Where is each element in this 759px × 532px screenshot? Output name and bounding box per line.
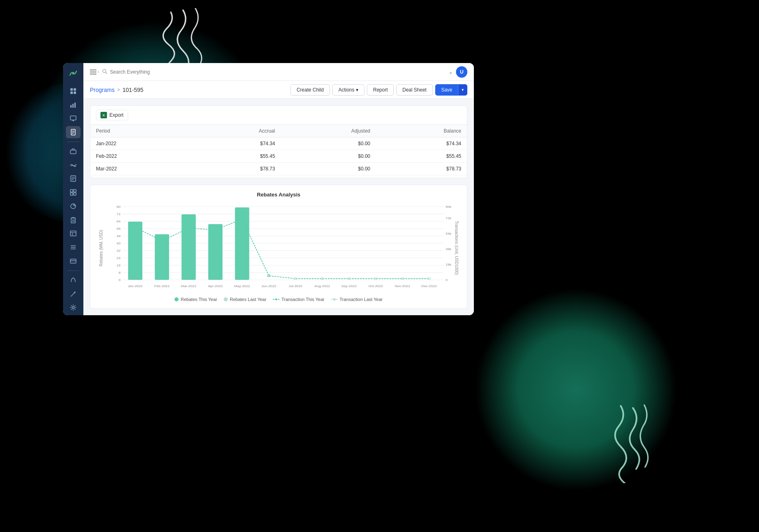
svg-rect-16 xyxy=(70,150,76,154)
chevron-right-icon: › xyxy=(98,70,99,74)
sidebar-item-arc[interactable] xyxy=(66,274,81,286)
svg-rect-24 xyxy=(74,193,76,195)
chart-inner: 0 8 16 24 32 40 48 56 64 72 80 88 xyxy=(105,203,452,294)
breadcrumb-separator: > xyxy=(117,87,120,93)
legend-rebates-this-year: Rebates This Year xyxy=(174,297,217,302)
excel-icon: X xyxy=(100,112,107,118)
sidebar-item-documents[interactable] xyxy=(66,126,81,138)
table-row: Feb-2022$55.45$0.00$55.45 xyxy=(90,150,467,163)
cell-period: Apr-2022 xyxy=(90,175,194,179)
sidebar-item-tools[interactable] xyxy=(66,288,81,300)
sidebar-item-handshake[interactable] xyxy=(66,159,81,171)
svg-text:54k: 54k xyxy=(446,231,452,235)
svg-text:Nov-2022: Nov-2022 xyxy=(395,284,410,288)
cell-period: Jan-2022 xyxy=(90,137,194,150)
cell-period: Mar-2022 xyxy=(90,163,194,175)
chart-card: Rebates Analysis Rebates (MM, USD) xyxy=(90,185,467,309)
cell-accrual: $78.73 xyxy=(194,163,281,175)
dot-jan xyxy=(134,226,137,229)
table-body: Jan-2022$74.34$0.00$74.34Feb-2022$55.45$… xyxy=(90,137,467,179)
chart-title: Rebates Analysis xyxy=(97,192,460,198)
svg-text:Feb-2022: Feb-2022 xyxy=(154,284,170,288)
legend-transaction-last-year: Transaction Last Year xyxy=(331,297,383,302)
sidebar-item-pie-chart[interactable] xyxy=(66,200,81,212)
save-main-button[interactable]: Save xyxy=(436,85,458,95)
svg-text:Oct-2022: Oct-2022 xyxy=(369,284,383,288)
svg-text:Sep-2022: Sep-2022 xyxy=(341,284,357,288)
svg-rect-3 xyxy=(74,88,76,91)
svg-rect-22 xyxy=(74,190,76,192)
create-child-button[interactable]: Create Child xyxy=(290,84,330,96)
dot-may xyxy=(241,218,244,220)
sidebar-item-card[interactable] xyxy=(66,255,81,267)
svg-rect-8 xyxy=(74,102,76,108)
svg-text:56: 56 xyxy=(117,227,121,231)
line-transaction-this-year xyxy=(135,219,429,279)
sidebar-item-dashboard[interactable] xyxy=(66,85,81,97)
cell-adjusted: $0.00 xyxy=(281,163,376,175)
export-button[interactable]: X Export xyxy=(96,110,128,120)
deal-sheet-button[interactable]: Deal Sheet xyxy=(396,84,432,96)
svg-rect-33 xyxy=(70,231,76,236)
sidebar-logo[interactable] xyxy=(67,67,80,80)
breadcrumb-programs-link[interactable]: Programs xyxy=(90,87,115,93)
table-card-header: X Export xyxy=(90,106,467,125)
svg-rect-28 xyxy=(74,220,74,220)
svg-rect-7 xyxy=(72,104,74,108)
actions-arrow-icon: ▾ xyxy=(356,87,358,93)
bar-apr-2022 xyxy=(208,224,222,280)
legend-rebates-last-year: Rebates Last Year xyxy=(224,297,266,302)
svg-text:90k: 90k xyxy=(446,205,452,209)
svg-line-46 xyxy=(106,72,107,74)
save-split-button: Save ▾ xyxy=(435,84,467,96)
sidebar-item-list[interactable] xyxy=(66,241,81,253)
sidebar-item-report[interactable] xyxy=(66,172,81,185)
dot-sep xyxy=(348,278,350,280)
sidebar xyxy=(63,63,83,315)
svg-text:Aug-2022: Aug-2022 xyxy=(314,284,330,288)
svg-rect-4 xyxy=(70,92,73,94)
table-row: Mar-2022$78.73$0.00$78.73 xyxy=(90,163,467,175)
col-accrual: Accrual xyxy=(194,125,281,137)
actions-label: Actions xyxy=(338,87,354,93)
dot-apr xyxy=(214,229,217,231)
sidebar-item-analytics[interactable] xyxy=(66,99,81,111)
cell-accrual: $74.34 xyxy=(194,137,281,150)
svg-text:24: 24 xyxy=(117,256,121,260)
export-label: Export xyxy=(109,112,124,118)
cell-balance: $78.73 xyxy=(376,163,467,175)
col-adjusted: Adjusted xyxy=(281,125,376,137)
cell-period: Feb-2022 xyxy=(90,150,194,163)
search-input[interactable] xyxy=(110,69,191,75)
report-button[interactable]: Report xyxy=(367,84,394,96)
sidebar-item-building[interactable] xyxy=(66,214,81,226)
svg-rect-6 xyxy=(70,105,72,108)
svg-text:18k: 18k xyxy=(446,262,452,266)
table-row: Apr-2022$69.18$0.00$69.18 xyxy=(90,175,467,179)
save-arrow-button[interactable]: ▾ xyxy=(458,85,467,95)
sidebar-item-table[interactable] xyxy=(66,227,81,240)
bar-mar-2022 xyxy=(181,214,196,280)
svg-text:16: 16 xyxy=(117,263,121,267)
sidebar-item-monitor[interactable] xyxy=(66,113,81,125)
dot-oct xyxy=(375,278,377,280)
table-row: Jan-2022$74.34$0.00$74.34 xyxy=(90,137,467,150)
svg-text:Apr-2022: Apr-2022 xyxy=(208,284,223,288)
search-bar xyxy=(102,69,445,75)
sidebar-item-settings[interactable] xyxy=(66,301,81,314)
sidebar-item-grid[interactable] xyxy=(66,186,81,198)
svg-text:80: 80 xyxy=(117,205,121,209)
table-card: X Export Period Accrual Adjusted Balance xyxy=(90,105,467,178)
breadcrumb-bar: Programs > 101-595 Create Child Actions … xyxy=(83,81,474,99)
svg-rect-5 xyxy=(74,92,76,94)
svg-text:Jan-2022: Jan-2022 xyxy=(128,284,143,288)
dropdown-chevron[interactable]: ⌄ xyxy=(449,69,453,75)
svg-text:Dec-2022: Dec-2022 xyxy=(421,284,437,288)
user-avatar[interactable]: U xyxy=(456,66,467,78)
search-icon xyxy=(102,69,107,75)
sidebar-item-briefcase[interactable] xyxy=(66,145,81,157)
cell-adjusted: $0.00 xyxy=(281,175,376,179)
hamburger-button[interactable]: › xyxy=(90,70,99,74)
actions-button[interactable]: Actions ▾ xyxy=(332,84,364,96)
content-area: › ⌄ U Programs > 101-595 xyxy=(83,63,474,315)
